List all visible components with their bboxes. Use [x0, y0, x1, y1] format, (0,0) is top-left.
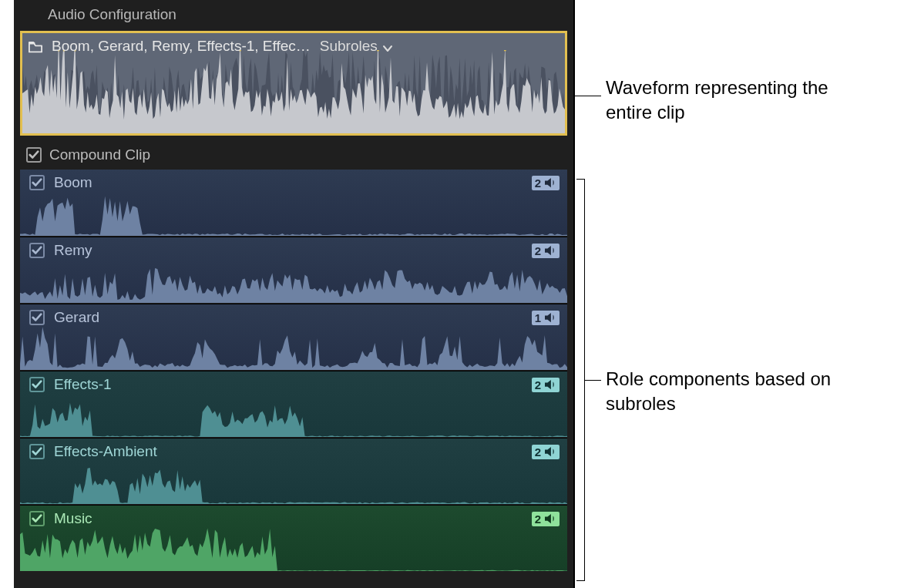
channel-count-badge[interactable]: 2: [532, 512, 560, 526]
track-row-boom[interactable]: Boom 2: [20, 170, 567, 236]
track-enable-checkbox[interactable]: [29, 444, 45, 459]
track-label: Effects-1: [54, 376, 112, 393]
track-label: Boom: [54, 174, 92, 191]
subroles-dropdown[interactable]: Subroles: [320, 38, 393, 55]
checkmark-icon: [32, 513, 42, 524]
compound-clip-label: Compound Clip: [49, 146, 150, 163]
checkmark-icon: [32, 245, 42, 256]
track-row-music[interactable]: Music 2: [20, 505, 567, 571]
channel-count-badge[interactable]: 2: [532, 244, 560, 258]
speaker-icon: [544, 513, 556, 524]
channel-count-number: 2: [535, 378, 541, 391]
panel-title: Audio Configuration: [14, 0, 573, 28]
checkmark-icon: [32, 379, 42, 390]
checkmark-icon: [29, 150, 39, 160]
track-enable-checkbox[interactable]: [29, 243, 45, 258]
speaker-icon: [544, 245, 556, 256]
speaker-icon: [544, 379, 556, 390]
channel-count-number: 2: [535, 176, 541, 190]
channel-count-badge[interactable]: 1: [532, 311, 560, 325]
channel-count-number: 2: [535, 244, 541, 257]
callout-leader-line: [584, 380, 601, 381]
track-enable-checkbox[interactable]: [29, 310, 45, 325]
callout-leader-line: [575, 96, 601, 96]
checkmark-icon: [32, 312, 42, 323]
track-label: Effects-Ambient: [54, 443, 157, 460]
audio-configuration-panel: Audio Configuration Boom, Gerard, Remy, …: [14, 0, 575, 588]
track-row-effects-ambient[interactable]: Effects-Ambient 2: [20, 438, 567, 504]
callout-waveform: Waveform representing the entire clip: [606, 76, 860, 126]
annotations: Waveform representing the entire clip Ro…: [583, 0, 891, 588]
track-enable-checkbox[interactable]: [29, 511, 45, 526]
track-enable-checkbox[interactable]: [29, 377, 45, 392]
checkmark-icon: [32, 446, 42, 457]
callout-roles: Role components based on subroles: [606, 367, 860, 417]
clip-waveform: [22, 50, 565, 133]
track-enable-checkbox[interactable]: [29, 175, 45, 190]
speaker-icon: [544, 312, 556, 323]
compound-clip-checkbox[interactable]: [26, 147, 42, 163]
track-row-remy[interactable]: Remy 2: [20, 237, 567, 303]
tracks-list: Boom 2 Remy 2: [14, 170, 573, 588]
compound-clip-row: Compound Clip: [14, 140, 573, 170]
checkmark-icon: [32, 177, 42, 188]
clip-title: Boom, Gerard, Remy, Effects-1, Effec…: [52, 38, 311, 55]
compound-clip-icon: [29, 40, 42, 52]
track-label: Gerard: [54, 309, 99, 326]
channel-count-badge[interactable]: 2: [532, 176, 560, 190]
channel-count-badge[interactable]: 2: [532, 378, 560, 392]
track-label: Remy: [54, 242, 92, 259]
track-row-gerard[interactable]: Gerard 1: [20, 304, 567, 370]
speaker-icon: [544, 177, 556, 188]
channel-count-number: 2: [535, 445, 541, 459]
clip-summary[interactable]: Boom, Gerard, Remy, Effects-1, Effec… Su…: [20, 31, 567, 136]
channel-count-number: 2: [535, 512, 541, 526]
channel-count-number: 1: [535, 311, 541, 324]
subroles-dropdown-label: Subroles: [320, 38, 378, 55]
chevron-down-icon: [382, 41, 393, 52]
channel-count-badge[interactable]: 2: [532, 445, 560, 459]
track-label: Music: [54, 510, 92, 527]
track-row-effects-1[interactable]: Effects-1 2: [20, 371, 567, 437]
speaker-icon: [544, 446, 556, 457]
